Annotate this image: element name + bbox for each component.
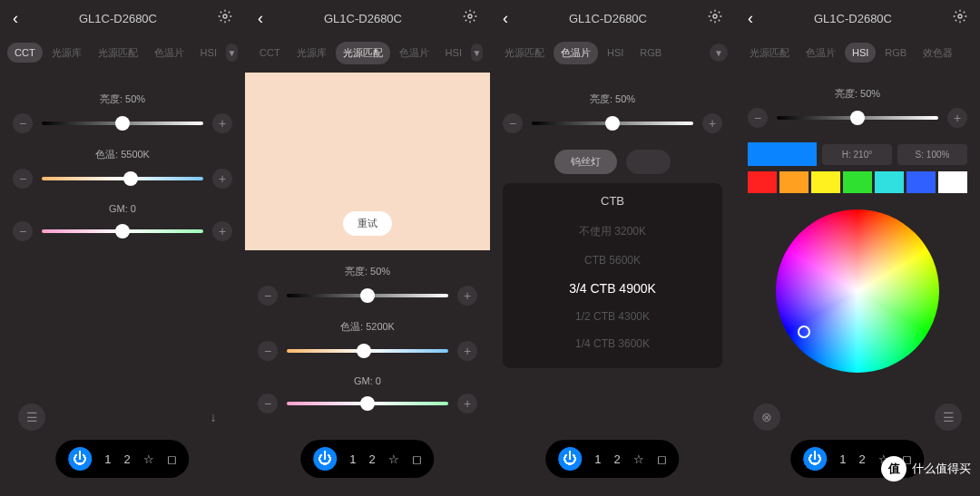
tab-hsi[interactable]: HSI [845, 43, 876, 63]
brightness-slider[interactable] [532, 122, 693, 125]
temp-slider[interactable] [42, 177, 203, 180]
power-button[interactable]: ⏻ [558, 447, 582, 471]
slider-thumb[interactable] [850, 111, 865, 125]
plus-button[interactable]: + [212, 113, 232, 133]
plus-button[interactable]: + [947, 108, 967, 128]
minus-button[interactable]: − [258, 394, 278, 413]
color-wheel[interactable] [776, 209, 939, 373]
tab-dropdown-icon[interactable]: ▼ [710, 44, 728, 62]
tab-source-lib[interactable]: 光源库 [289, 42, 334, 64]
picker-item[interactable]: 1/4 CTB 3600K [503, 330, 722, 357]
preset-2[interactable]: 2 [859, 452, 866, 466]
picker-item[interactable]: CTB 5600K [503, 247, 722, 274]
slider-thumb[interactable] [357, 344, 371, 358]
swatch-orange[interactable] [779, 171, 808, 193]
other-pill[interactable] [626, 150, 670, 174]
slider-thumb[interactable] [123, 171, 138, 186]
tab-gel[interactable]: 色温片 [799, 42, 843, 64]
picker-item[interactable]: 不使用 3200K [503, 217, 722, 247]
gear-icon[interactable] [708, 9, 722, 27]
star-icon[interactable]: ☆ [143, 452, 154, 466]
tab-source-match[interactable]: 光源匹配 [336, 42, 390, 64]
tab-hsi[interactable]: HSI [438, 43, 469, 63]
bookmark-icon[interactable]: ◻ [167, 452, 177, 466]
gear-icon[interactable] [463, 9, 477, 27]
plus-button[interactable]: + [457, 341, 477, 361]
gm-slider[interactable] [42, 229, 203, 233]
power-button[interactable]: ⏻ [313, 447, 337, 471]
ctb-picker[interactable]: CTB 不使用 3200K CTB 5600K 3/4 CTB 4900K 1/… [503, 183, 722, 368]
picker-item[interactable]: 1/2 CTB 4300K [503, 303, 722, 330]
minus-button[interactable]: − [258, 286, 278, 306]
preset-2[interactable]: 2 [614, 452, 621, 466]
tab-rgb[interactable]: RGB [877, 43, 914, 63]
brightness-slider[interactable] [287, 294, 448, 297]
current-color-swatch[interactable] [748, 142, 817, 166]
swatch-green[interactable] [843, 171, 872, 193]
swatch-red[interactable] [748, 171, 777, 193]
temp-slider[interactable] [287, 349, 448, 353]
minus-button[interactable]: − [258, 341, 278, 361]
tab-source-lib[interactable]: 光源库 [44, 42, 89, 64]
preset-1[interactable]: 1 [349, 452, 356, 466]
plus-button[interactable]: + [457, 394, 477, 413]
tab-hsi[interactable]: HSI [600, 43, 631, 63]
rgb-icon[interactable]: ⊗ [753, 404, 780, 431]
retry-button[interactable]: 重试 [343, 211, 392, 236]
brightness-slider[interactable] [42, 122, 203, 125]
tab-dropdown-icon[interactable]: ▼ [471, 44, 483, 62]
arrow-icon[interactable]: ↓ [200, 404, 227, 431]
slider-thumb[interactable] [360, 396, 375, 411]
slider-thumb[interactable] [115, 116, 130, 131]
minus-button[interactable]: − [748, 108, 768, 128]
tab-gel[interactable]: 色温片 [554, 42, 598, 64]
tab-cct[interactable]: CCT [7, 43, 43, 63]
tab-source-match[interactable]: 光源匹配 [497, 42, 552, 64]
preset-2[interactable]: 2 [124, 452, 131, 466]
gm-slider[interactable] [287, 402, 448, 405]
slider-thumb[interactable] [115, 224, 130, 238]
bookmark-icon[interactable]: ◻ [412, 452, 422, 466]
preset-2[interactable]: 2 [369, 452, 376, 466]
star-icon[interactable]: ☆ [633, 452, 644, 466]
hue-value[interactable]: H: 210° [822, 144, 892, 165]
swatch-white[interactable] [938, 171, 967, 193]
sliders-icon[interactable]: ☰ [18, 404, 45, 431]
swatch-yellow[interactable] [811, 171, 840, 193]
tungsten-pill[interactable]: 钨丝灯 [554, 150, 617, 174]
gear-icon[interactable] [953, 9, 967, 27]
tab-source-match[interactable]: 光源匹配 [91, 42, 145, 64]
slider-thumb[interactable] [605, 116, 620, 131]
slider-thumb[interactable] [360, 288, 375, 303]
minus-button[interactable]: − [13, 169, 33, 189]
picker-item-selected[interactable]: 3/4 CTB 4900K [503, 274, 722, 303]
star-icon[interactable]: ☆ [388, 452, 399, 466]
minus-button[interactable]: − [503, 113, 523, 133]
swatch-blue[interactable] [906, 171, 936, 193]
sat-value[interactable]: S: 100% [897, 144, 967, 165]
minus-button[interactable]: − [13, 113, 33, 133]
swatch-cyan[interactable] [875, 171, 904, 193]
plus-button[interactable]: + [212, 169, 232, 189]
brightness-slider[interactable] [777, 116, 938, 120]
power-button[interactable]: ⏻ [803, 447, 827, 471]
tab-cct[interactable]: CCT [252, 43, 288, 63]
tab-gel[interactable]: 色温片 [392, 42, 436, 64]
plus-button[interactable]: + [212, 221, 232, 241]
wheel-marker[interactable] [798, 326, 810, 338]
preset-1[interactable]: 1 [594, 452, 601, 466]
power-button[interactable]: ⏻ [68, 447, 92, 471]
minus-button[interactable]: − [13, 221, 33, 241]
bookmark-icon[interactable]: ◻ [657, 452, 667, 466]
sliders-icon[interactable]: ☰ [935, 404, 962, 431]
tab-fx[interactable]: 效色器 [916, 42, 960, 64]
plus-button[interactable]: + [702, 113, 722, 133]
gear-icon[interactable] [218, 9, 232, 27]
tab-hsi[interactable]: HSI [193, 43, 224, 63]
tab-rgb[interactable]: RGB [632, 43, 669, 63]
tab-gel[interactable]: 色温片 [147, 42, 191, 64]
tab-dropdown-icon[interactable]: ▼ [226, 44, 238, 62]
preset-1[interactable]: 1 [839, 452, 846, 466]
preset-1[interactable]: 1 [104, 452, 111, 466]
plus-button[interactable]: + [457, 286, 477, 306]
